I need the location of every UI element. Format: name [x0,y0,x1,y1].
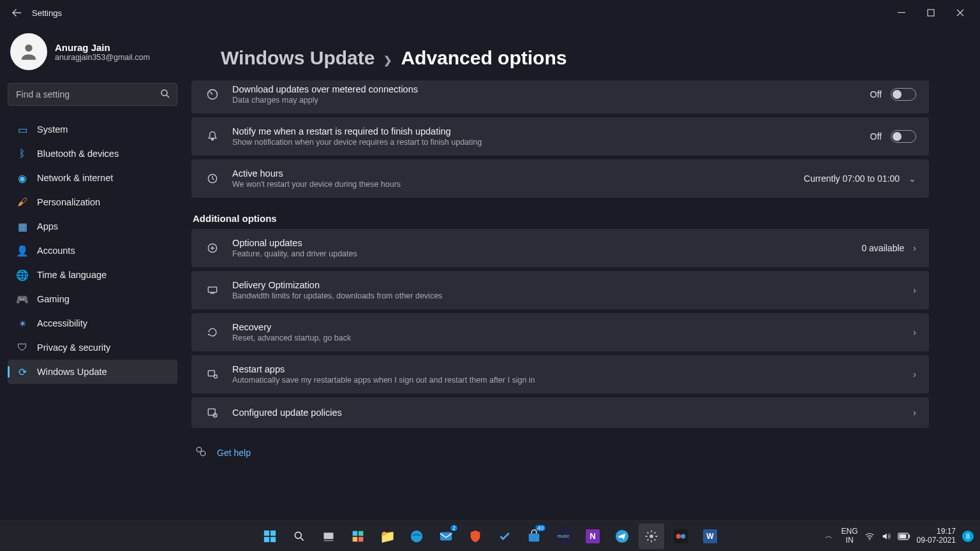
nav-windows-update[interactable]: ⟳Windows Update [8,360,177,384]
taskbar: 📁 2 40 music N W ︿ ENG IN 19:17 09-07-20… [0,520,980,551]
taskbar-center: 📁 2 40 music N W [257,524,723,549]
window-minimize-button[interactable] [887,3,916,23]
bluetooth-icon: ᛒ [17,148,28,159]
delivery-icon [204,284,221,297]
window-close-button[interactable] [946,3,975,23]
card-sub: We won't restart your device during thes… [232,180,792,189]
globe-icon: 🌐 [17,269,28,281]
file-explorer[interactable]: 📁 [375,524,400,549]
settings-app[interactable] [639,524,664,549]
search-icon [160,88,171,102]
telegram[interactable] [609,524,635,549]
store[interactable]: 40 [521,524,547,549]
search-icon [293,530,306,543]
word[interactable]: W [697,524,723,549]
mail-badge: 2 [450,525,457,531]
get-help-link[interactable]: Get help [217,448,251,458]
help-icon [195,446,207,460]
profile-block[interactable]: Anurag Jain anuragjain353@gmail.com [8,33,177,70]
card-sub: Data charges may apply [232,96,859,105]
titlebar: Settings [0,0,980,26]
display-icon: ▭ [17,124,28,135]
nav-label: Time & language [37,270,107,280]
brave-browser[interactable] [463,524,488,549]
nav-label: Accounts [37,246,75,256]
nav-network[interactable]: ◉Network & internet [8,166,177,190]
mail[interactable]: 2 [433,524,459,549]
chevron-right-icon: › [913,369,916,379]
plus-circle-icon [204,242,221,254]
taskbar-search[interactable] [286,524,312,549]
clock-icon [204,172,221,185]
card-configured-policies[interactable]: i Configured update policies › [191,397,929,428]
svg-point-19 [295,532,301,538]
nav-gaming[interactable]: 🎮Gaming [8,287,177,311]
word-icon: W [703,529,717,543]
language-indicator[interactable]: ENG IN [842,527,858,545]
nav-label: Privacy & security [37,342,110,353]
todo[interactable] [492,524,517,549]
edge-browser[interactable] [404,524,429,549]
card-title: Delivery Optimization [232,280,902,290]
nav-privacy[interactable]: 🛡Privacy & security [8,335,177,360]
card-restart-apps[interactable]: Restart apps Automatically save my resta… [191,355,929,393]
policy-icon: i [204,406,221,419]
task-view[interactable] [316,524,341,549]
back-button[interactable] [5,1,28,24]
nav-accounts[interactable]: 👤Accounts [8,239,177,263]
profile-name: Anurag Jain [55,42,150,53]
search-box[interactable] [8,83,177,106]
chevron-down-icon: ⌄ [909,173,916,184]
nav-system[interactable]: ▭System [8,117,177,142]
card-recovery[interactable]: Recovery Reset, advanced startup, go bac… [191,313,929,351]
svg-rect-16 [271,530,276,535]
windows-icon [263,529,277,543]
card-notify-restart[interactable]: Notify me when a restart is required to … [191,117,929,156]
svg-point-30 [650,534,653,538]
widgets[interactable] [345,524,371,549]
svg-text:i: i [215,414,216,417]
chevron-right-icon: › [913,327,916,337]
brush-icon: 🖌 [17,196,28,208]
accessibility-icon: ✴ [17,318,28,329]
start-button[interactable] [257,524,283,549]
onenote[interactable]: N [580,524,605,549]
chevron-right-icon: ❯ [383,54,392,66]
chevron-right-icon: › [913,243,916,253]
search-input[interactable] [8,83,177,106]
nav-apps[interactable]: ▦Apps [8,214,177,239]
card-delivery-optimization[interactable]: Delivery Optimization Bandwidth limits f… [191,271,929,309]
recovery-icon [204,326,221,339]
nav-label: System [37,124,68,135]
toggle-notify[interactable] [891,130,916,143]
tray-expand[interactable]: ︿ [822,528,835,544]
svg-rect-18 [271,536,276,541]
svg-rect-27 [440,532,452,540]
nav-time[interactable]: 🌐Time & language [8,263,177,287]
svg-rect-0 [898,12,905,13]
card-optional-updates[interactable]: Optional updates Feature, quality, and d… [191,229,929,267]
nav-bluetooth[interactable]: ᛒBluetooth & devices [8,142,177,166]
card-title: Recovery [232,322,902,332]
nav-label: Bluetooth & devices [37,149,119,159]
window-maximize-button[interactable] [916,3,946,23]
card-active-hours[interactable]: Active hours We won't restart your devic… [191,159,929,198]
nav-personalization[interactable]: 🖌Personalization [8,190,177,214]
davinci[interactable] [668,524,694,549]
amazon-music[interactable]: music [551,524,576,549]
toggle-metered[interactable] [891,88,916,101]
system-tray[interactable] [865,531,910,541]
amazon-music-icon: music [556,529,571,544]
card-metered[interactable]: Download updates over metered connection… [191,80,929,114]
svg-rect-21 [324,540,334,541]
nav-accessibility[interactable]: ✴Accessibility [8,311,177,335]
app-title: Settings [32,8,62,18]
brave-icon [468,529,482,543]
meter-icon [204,88,221,101]
notification-badge[interactable]: 8 [962,531,974,542]
breadcrumb-parent[interactable]: Windows Update [221,47,375,69]
clock[interactable]: 19:17 09-07-2021 [917,527,956,545]
svg-rect-25 [359,536,364,541]
svg-rect-7 [208,287,216,292]
svg-point-14 [200,451,205,456]
